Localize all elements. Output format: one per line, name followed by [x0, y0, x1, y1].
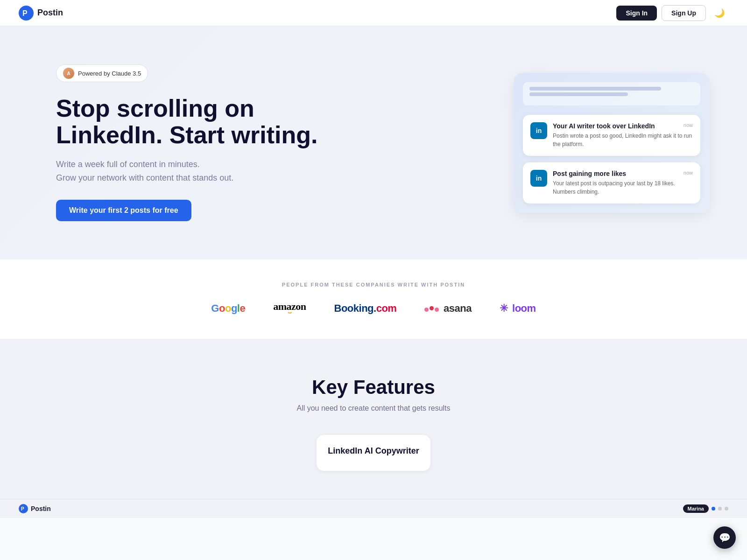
- powered-by-text: Powered by Claude 3.5: [78, 70, 141, 77]
- companies-label: PEOPLE FROM THESE COMPANIES WRITE WITH P…: [19, 282, 728, 287]
- notif-header-1: Your AI writer took over LinkedIn now: [553, 122, 693, 132]
- bottom-logo-text: Postin: [31, 505, 51, 512]
- hero-right: in Your AI writer took over LinkedIn now…: [514, 73, 710, 213]
- bottom-controls: Marina: [683, 504, 728, 513]
- hero-subtitle-line1: Write a week full of content in minutes.: [56, 160, 200, 169]
- companies-logos: Google amazon ⌣ Booking.com asana ✳ loom: [19, 301, 728, 316]
- navbar: P Postin Sign In Sign Up 🌙: [0, 0, 747, 26]
- svg-text:P: P: [21, 506, 24, 511]
- google-e: e: [240, 302, 245, 314]
- powered-badge: A Powered by Claude 3.5: [56, 64, 148, 82]
- svg-text:P: P: [22, 9, 28, 17]
- google-o2: o: [225, 302, 231, 314]
- key-features-title: Key Features: [19, 376, 728, 399]
- google-g1: G: [211, 302, 219, 314]
- cta-button[interactable]: Write your first 2 posts for free: [56, 200, 191, 221]
- notification-content-2: Post gaining more likes now Your latest …: [553, 170, 693, 196]
- claude-avatar-icon: A: [63, 68, 74, 79]
- notif-time-2: now: [684, 170, 693, 175]
- amazon-logo: amazon ⌣: [273, 301, 306, 316]
- booking-logo: Booking.com: [334, 302, 397, 315]
- feature-card-1: LinkedIn AI Copywriter: [317, 435, 430, 471]
- postin-logo-icon: P: [19, 6, 34, 21]
- asana-dot-red: [430, 306, 434, 310]
- notification-panel: in Your AI writer took over LinkedIn now…: [514, 73, 710, 213]
- moon-icon: 🌙: [714, 8, 725, 18]
- notif-title-2: Post gaining more likes: [553, 170, 626, 177]
- loom-logo: ✳ loom: [500, 302, 536, 315]
- logo-text: Postin: [37, 8, 63, 18]
- google-o1: o: [219, 302, 225, 314]
- notif-body-1: Postin wrote a post so good, LinkedIn mi…: [553, 132, 693, 148]
- signin-button[interactable]: Sign In: [616, 6, 657, 21]
- linkedin-icon-1: in: [530, 122, 547, 139]
- notif-body-2: Your latest post is outpacing your last …: [553, 179, 693, 196]
- booking-text-blue: Booking: [334, 302, 374, 314]
- notif-time-1: now: [684, 122, 693, 128]
- dot-3[interactable]: [725, 507, 728, 511]
- logo[interactable]: P Postin: [19, 6, 63, 21]
- asana-text: asana: [444, 302, 472, 314]
- bottom-logo: P Postin: [19, 504, 51, 513]
- asana-dot-pink: [424, 308, 429, 312]
- google-g2: g: [231, 302, 237, 314]
- hero-title: Stop scrolling on LinkedIn. Start writin…: [56, 95, 327, 148]
- notification-card-1: in Your AI writer took over LinkedIn now…: [523, 115, 700, 156]
- preview-line-1: [529, 87, 661, 91]
- asana-icon: [424, 308, 439, 312]
- key-features-subtitle: All you need to create content that gets…: [19, 404, 728, 413]
- preview-line-2: [529, 92, 628, 96]
- loom-icon: ✳: [500, 302, 508, 315]
- bottom-strip: P Postin Marina: [0, 499, 747, 518]
- bottom-logo-icon: P: [19, 504, 28, 513]
- hero-left: A Powered by Claude 3.5 Stop scrolling o…: [56, 64, 327, 221]
- dot-1[interactable]: [712, 507, 715, 511]
- notification-card-2: in Post gaining more likes now Your late…: [523, 162, 700, 203]
- google-logo: Google: [211, 302, 245, 315]
- booking-com: com: [376, 302, 397, 314]
- dot-2[interactable]: [718, 507, 722, 511]
- companies-section: PEOPLE FROM THESE COMPANIES WRITE WITH P…: [0, 259, 747, 339]
- hero-subtitle-line2: Grow your network with content that stan…: [56, 173, 233, 182]
- key-features-section: Key Features All you need to create cont…: [0, 339, 747, 499]
- notification-content-1: Your AI writer took over LinkedIn now Po…: [553, 122, 693, 148]
- hero-subtitle: Write a week full of content in minutes.…: [56, 158, 327, 185]
- nav-actions: Sign In Sign Up 🌙: [616, 5, 728, 21]
- linkedin-icon-2: in: [530, 170, 547, 187]
- notif-title-1: Your AI writer took over LinkedIn: [553, 122, 655, 130]
- mini-post-preview: [523, 82, 700, 105]
- dark-mode-toggle[interactable]: 🌙: [711, 6, 728, 20]
- feature-card-1-title: LinkedIn AI Copywriter: [328, 446, 419, 456]
- asana-logo: asana: [424, 302, 472, 315]
- asana-dot-coral: [435, 308, 439, 312]
- hero-section: A Powered by Claude 3.5 Stop scrolling o…: [0, 26, 747, 259]
- loom-text: loom: [512, 302, 536, 314]
- marina-pill: Marina: [683, 504, 709, 513]
- notif-header-2: Post gaining more likes now: [553, 170, 693, 179]
- signup-button[interactable]: Sign Up: [662, 5, 706, 21]
- features-preview: LinkedIn AI Copywriter: [19, 435, 728, 471]
